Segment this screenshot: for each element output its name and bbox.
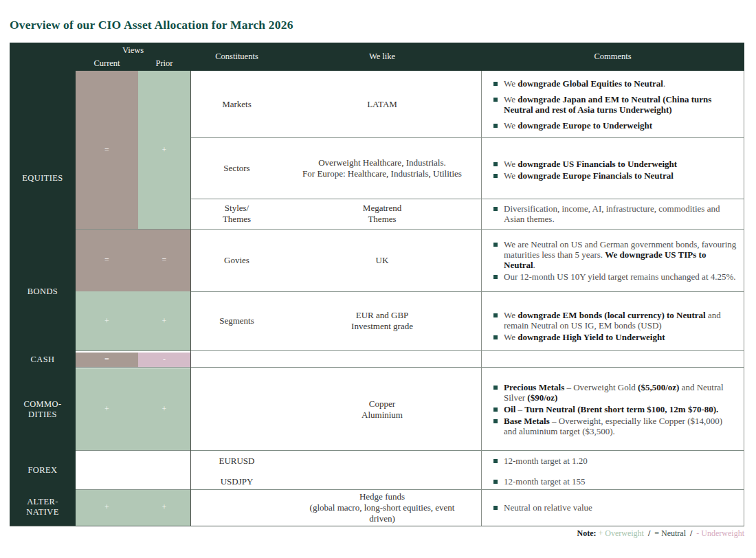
comment-item: We are Neutral on US and German governme…: [493, 239, 737, 270]
constituent-styles-themes: Styles/ Themes: [190, 199, 283, 229]
header-views: Views: [76, 45, 190, 56]
section-divider: [76, 450, 744, 451]
allocation-table: Views Current Prior Constituents We like…: [10, 43, 744, 526]
table-header: Views Current Prior Constituents We like…: [10, 43, 744, 71]
we-like-segments: EUR and GBP Investment grade: [283, 291, 481, 350]
header-current: Current: [76, 58, 138, 69]
bullet-icon: [493, 174, 498, 178]
page-title: Overview of our CIO Asset Allocation for…: [10, 18, 293, 32]
we-like-govies: UK: [283, 229, 481, 291]
column-border: [481, 71, 482, 526]
view-govies: = =: [76, 229, 190, 291]
bullet-icon: [493, 419, 498, 423]
comment-item: Precious Metals – Overweight Gold ($5,50…: [493, 382, 737, 403]
section-divider: [76, 350, 744, 351]
bullet-icon: [493, 207, 498, 211]
section-divider: [76, 489, 744, 490]
comment-item: We downgrade EM bonds (local currency) t…: [493, 310, 737, 331]
section-divider: [76, 367, 744, 368]
bullet-icon: [493, 386, 498, 390]
view-segments: + +: [76, 291, 190, 350]
sidebar-label-equities: EQUITIES: [10, 173, 76, 183]
header-we-like: We like: [283, 43, 481, 71]
section-divider: [76, 229, 744, 230]
bullet-icon: [493, 82, 498, 86]
comment-item: We downgrade US Financials to Underweigh…: [493, 159, 737, 169]
sidebar-label-forex: FOREX: [10, 465, 76, 476]
we-like-styles: Megatrend Themes: [283, 199, 481, 229]
comments-styles: Diversification, income, AI, infrastruct…: [481, 199, 744, 229]
bullet-icon: [493, 243, 498, 247]
bullet-icon: [493, 408, 498, 412]
comment-item: 12-month target at 1.20: [493, 456, 737, 466]
legend-overweight: + Overweight: [598, 528, 643, 538]
we-like-markets: LATAM: [283, 71, 481, 137]
header-comments: Comments: [481, 43, 744, 71]
row-divider: [190, 291, 744, 292]
view-equities-current: =: [76, 71, 138, 229]
comment-item: We downgrade Europe Financials to Neutra…: [493, 170, 737, 181]
comment-item: We downgrade Europe to Underweight: [493, 120, 737, 131]
comments-govies: We are Neutral on US and German governme…: [481, 229, 744, 291]
view-alternative: + +: [76, 489, 190, 526]
legend-underweight: - Underweight: [696, 528, 744, 538]
constituent-markets: Markets: [190, 71, 283, 137]
cio-asset-allocation-page: Overview of our CIO Asset Allocation for…: [0, 0, 756, 558]
row-divider: [190, 137, 744, 138]
bullet-icon: [493, 335, 498, 339]
view-equities-prior: +: [138, 71, 190, 229]
comment-item: Base Metals – Overweight, especially lik…: [493, 416, 737, 436]
table-bottom-border: [10, 526, 744, 526]
header-prior: Prior: [138, 58, 190, 69]
sidebar-label-alternative: ALTER- NATIVE: [10, 497, 76, 517]
constituent-usdjpy: USDJPY: [190, 472, 283, 491]
sidebar-label-cash: CASH: [10, 355, 76, 365]
comment-item: We downgrade Japan and EM to Neutral (Ch…: [493, 94, 737, 115]
note-label: Note:: [577, 528, 597, 538]
asset-class-sidebar: EQUITIES BONDS CASH COMMO- DITIES FOREX …: [10, 71, 76, 526]
sidebar-label-bonds: BONDS: [10, 287, 76, 297]
comments-markets: We downgrade Global Equities to Neutral.…: [481, 71, 744, 137]
bullet-icon: [493, 124, 498, 128]
constituent-govies: Govies: [190, 229, 283, 291]
comment-item: We downgrade Global Equities to Neutral.: [493, 78, 737, 89]
bullet-icon: [493, 480, 498, 484]
comments-eurusd: 12-month target at 1.20: [481, 451, 744, 470]
view-cash-prior: -: [138, 353, 190, 367]
comments-commodities: Precious Metals – Overweight Gold ($5,50…: [481, 368, 744, 450]
view-commodities: + +: [76, 368, 190, 450]
bullet-icon: [493, 162, 498, 166]
legend-separator: /: [646, 528, 652, 538]
view-cash-current: =: [76, 353, 138, 367]
bullet-icon: [493, 313, 498, 317]
bullet-icon: [493, 459, 498, 463]
legend-note: Note: + Overweight / = Neutral / - Under…: [577, 528, 745, 539]
column-border: [190, 71, 191, 526]
comments-alternative: Neutral on relative value: [481, 489, 744, 526]
comment-item: 12-month target at 155: [493, 476, 737, 487]
sidebar-label-commodities: COMMO- DITIES: [10, 399, 76, 420]
comments-segments: We downgrade EM bonds (local currency) t…: [481, 291, 744, 350]
constituent-eurusd: EURUSD: [190, 451, 283, 470]
legend-neutral: = Neutral: [654, 528, 686, 538]
comments-usdjpy: 12-month target at 155: [481, 472, 744, 491]
bullet-icon: [493, 506, 498, 510]
we-like-alternative: Hedge funds (global macro, long-short eq…: [283, 489, 481, 526]
we-like-sectors: Overweight Healthcare, Industrials. For …: [283, 137, 481, 199]
comment-item: We downgrade High Yield to Underweight: [493, 332, 737, 342]
legend-separator: /: [688, 528, 694, 538]
bullet-icon: [493, 98, 498, 102]
constituent-sectors: Sectors: [190, 137, 283, 199]
bullet-icon: [493, 275, 498, 279]
table-right-border: [744, 71, 744, 526]
comments-sectors: We downgrade US Financials to Underweigh…: [481, 137, 744, 199]
constituent-segments: Segments: [190, 291, 283, 350]
comment-item: Our 12-month US 10Y yield target remains…: [493, 271, 737, 282]
comment-item: Neutral on relative value: [493, 502, 737, 513]
comment-item: Diversification, income, AI, infrastruct…: [493, 203, 737, 224]
comment-item: Oil – Turn Neutral (Brent short term $10…: [493, 404, 737, 414]
we-like-commodities: Copper Aluminium: [283, 368, 481, 450]
row-divider: [190, 199, 744, 199]
header-constituents: Constituents: [190, 43, 283, 71]
